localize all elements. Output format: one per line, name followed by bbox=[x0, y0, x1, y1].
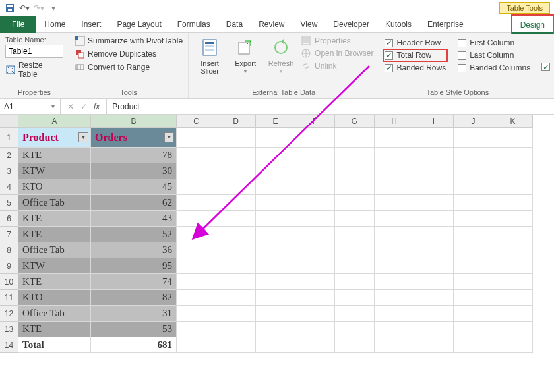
cell[interactable]: KTW bbox=[18, 258, 91, 274]
cell[interactable] bbox=[256, 337, 295, 353]
filter-dropdown-icon[interactable]: ▼ bbox=[78, 132, 88, 142]
cell[interactable] bbox=[454, 322, 493, 337]
cell[interactable] bbox=[256, 128, 295, 148]
cell[interactable] bbox=[454, 128, 493, 148]
row-header[interactable]: 12 bbox=[0, 306, 18, 322]
cell[interactable] bbox=[256, 195, 295, 211]
cell[interactable] bbox=[216, 227, 256, 242]
cell[interactable] bbox=[295, 163, 335, 179]
column-header[interactable]: F bbox=[295, 115, 335, 128]
cell[interactable] bbox=[177, 322, 216, 337]
worksheet-grid[interactable]: ABCDEFGHIJK 1Product▼Orders▼2KTE783KTW30… bbox=[0, 115, 554, 353]
cell[interactable]: 45 bbox=[91, 179, 177, 195]
cell[interactable] bbox=[414, 148, 454, 163]
row-header[interactable]: 3 bbox=[0, 163, 18, 179]
cell[interactable] bbox=[414, 179, 454, 195]
column-header[interactable]: K bbox=[493, 115, 533, 128]
row-header[interactable]: 5 bbox=[0, 195, 18, 211]
column-header[interactable]: C bbox=[177, 115, 216, 128]
cell[interactable]: 62 bbox=[91, 195, 177, 211]
cell[interactable]: 82 bbox=[91, 290, 177, 306]
cell[interactable]: KTW bbox=[18, 163, 91, 179]
cell[interactable] bbox=[454, 148, 493, 163]
cell[interactable] bbox=[375, 274, 414, 290]
export-button[interactable]: Export▼ bbox=[230, 36, 261, 74]
cell[interactable]: KTE bbox=[18, 211, 91, 227]
cell[interactable] bbox=[375, 211, 414, 227]
qat-customize-icon[interactable]: ▾ bbox=[47, 2, 59, 14]
tab-enterprise[interactable]: Enterprise bbox=[419, 16, 472, 33]
cell[interactable]: Office Tab bbox=[18, 242, 91, 258]
cell[interactable] bbox=[414, 128, 454, 148]
cell[interactable] bbox=[454, 290, 493, 306]
cell[interactable] bbox=[493, 227, 533, 242]
cell[interactable] bbox=[493, 148, 533, 163]
cell[interactable] bbox=[216, 163, 256, 179]
cell[interactable] bbox=[216, 242, 256, 258]
last-column-checkbox[interactable]: Last Column bbox=[458, 51, 530, 60]
cell[interactable] bbox=[177, 306, 216, 322]
cell[interactable] bbox=[177, 274, 216, 290]
cell[interactable] bbox=[216, 337, 256, 353]
cell[interactable] bbox=[493, 211, 533, 227]
cell[interactable] bbox=[335, 148, 375, 163]
fx-icon[interactable]: fx bbox=[94, 102, 100, 111]
cell[interactable] bbox=[493, 274, 533, 290]
resize-table-button[interactable]: Resize Table bbox=[5, 59, 63, 80]
row-header[interactable]: 10 bbox=[0, 274, 18, 290]
cell[interactable] bbox=[335, 211, 375, 227]
cell[interactable] bbox=[375, 128, 414, 148]
cell[interactable] bbox=[414, 274, 454, 290]
cell[interactable]: 36 bbox=[91, 242, 177, 258]
cell[interactable] bbox=[335, 306, 375, 322]
cell[interactable] bbox=[256, 258, 295, 274]
tab-formulas[interactable]: Formulas bbox=[169, 16, 218, 33]
cell[interactable] bbox=[216, 211, 256, 227]
cell[interactable] bbox=[335, 195, 375, 211]
cell[interactable] bbox=[216, 148, 256, 163]
cell[interactable] bbox=[335, 163, 375, 179]
save-icon[interactable] bbox=[4, 2, 16, 14]
cell[interactable] bbox=[375, 290, 414, 306]
banded-columns-checkbox[interactable]: Banded Columns bbox=[458, 63, 530, 72]
cell[interactable] bbox=[493, 258, 533, 274]
row-header[interactable]: 8 bbox=[0, 242, 18, 258]
cell[interactable]: 53 bbox=[91, 322, 177, 337]
cell[interactable] bbox=[454, 242, 493, 258]
cell[interactable] bbox=[256, 227, 295, 242]
column-header[interactable]: B bbox=[91, 115, 177, 128]
cell[interactable]: 43 bbox=[91, 211, 177, 227]
cell[interactable] bbox=[414, 163, 454, 179]
cell[interactable] bbox=[177, 211, 216, 227]
cell[interactable]: 78 bbox=[91, 148, 177, 163]
filter-dropdown-icon[interactable]: ▼ bbox=[164, 132, 174, 142]
cell[interactable]: Total bbox=[18, 337, 91, 353]
cell[interactable] bbox=[177, 242, 216, 258]
cell[interactable] bbox=[454, 274, 493, 290]
cell[interactable] bbox=[295, 227, 335, 242]
cell[interactable] bbox=[454, 195, 493, 211]
cell[interactable] bbox=[375, 337, 414, 353]
cell[interactable] bbox=[216, 128, 256, 148]
cell[interactable] bbox=[454, 337, 493, 353]
cell[interactable] bbox=[295, 195, 335, 211]
cell[interactable] bbox=[493, 195, 533, 211]
cell[interactable] bbox=[256, 242, 295, 258]
cell[interactable] bbox=[375, 195, 414, 211]
cell[interactable] bbox=[335, 227, 375, 242]
name-box[interactable]: A1▼ bbox=[0, 99, 61, 114]
cell[interactable] bbox=[375, 179, 414, 195]
cell[interactable] bbox=[177, 195, 216, 211]
cell[interactable] bbox=[177, 227, 216, 242]
cell[interactable] bbox=[454, 211, 493, 227]
row-header[interactable]: 7 bbox=[0, 227, 18, 242]
cell[interactable] bbox=[256, 322, 295, 337]
cell[interactable] bbox=[216, 258, 256, 274]
cell[interactable] bbox=[335, 242, 375, 258]
cell[interactable] bbox=[295, 322, 335, 337]
tab-kutools[interactable]: Kutools bbox=[377, 16, 419, 33]
tab-home[interactable]: Home bbox=[36, 16, 73, 33]
cell[interactable] bbox=[493, 290, 533, 306]
cell[interactable] bbox=[335, 322, 375, 337]
row-header[interactable]: 6 bbox=[0, 211, 18, 227]
